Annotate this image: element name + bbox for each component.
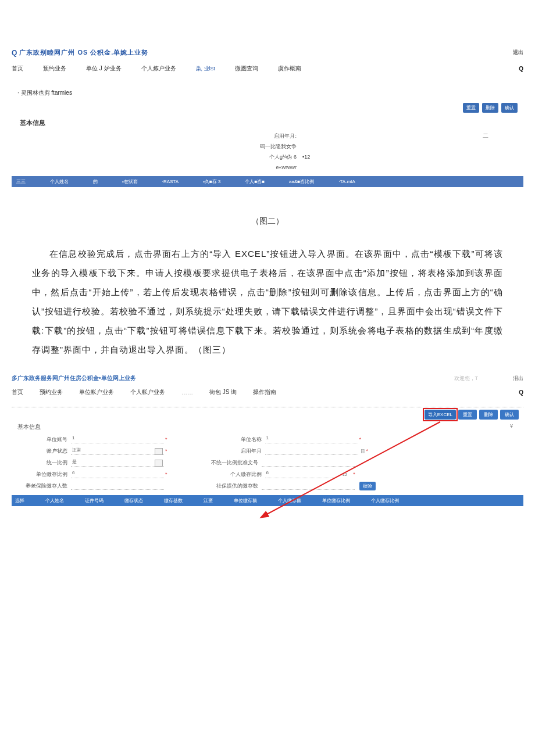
instruction-paragraph: 在信息校验完成后，点击界面右上方的“导入 EXCEL”按钮进入导入界面。在该界面… [12,244,523,359]
input-unit-name[interactable]: 1 [265,435,358,443]
action-button-row: 重置 删除 确认 [12,103,518,113]
nav-active[interactable]: 染, 业lSt [196,65,216,73]
required-star-icon: * [165,448,167,454]
nav-guide[interactable]: 虞作概南 [278,65,301,73]
app-header: 多 广东政务服务网广州住房公积金•单位网上业务 欢迎您，T 泪出 [12,374,523,382]
nav-reservation[interactable]: 预约业务 [40,388,63,396]
info-row: e«wrwwr [12,162,523,173]
figure-1: Q 广东政别睦网广州 OS 公积金.单婉上业努 退出 首页 预约业务 单位 J … [12,46,523,187]
form-row: 单位账号 1* 单位名称 1* [17,433,518,445]
info-label: e«wrwwr [12,164,302,170]
reset-button[interactable]: 重置 [458,410,477,420]
label-social-count: 社保提供的缴存数 [199,482,262,490]
label-account-status: 账户状态 [17,447,71,455]
reset-button[interactable]: 重置 [463,103,479,113]
col-unit-ratio: 单位缴存比例 [322,497,350,504]
breadcrumb-bullet: · 灵围林也穷 ftarmies [17,89,523,97]
required-star-icon: * [353,471,355,477]
input-personal-ratio[interactable]: 6 [265,470,335,478]
info-label: 个人g¼伪 6 [12,153,302,161]
info-row: 个人g¼伪 6 •12 [12,152,523,162]
table-empty-body [12,506,523,529]
col-select: 选择 [15,497,24,504]
col-misc: 江歪 [204,497,213,504]
table-header-bar: 选择 个人姓名 证件号码 缴存状态 缴存基数 江歪 单位缴存额 个人缴存额 单位… [12,495,523,506]
divider [12,407,523,407]
section-heading: 基本信息 ¥ [17,423,523,431]
nav-personal[interactable]: 个人帐户业务 [130,388,165,396]
app-title: 广东政别睦网广州 OS 公积金.单婉上业努 [19,48,148,57]
nav-query[interactable]: 微圏查询 [235,65,258,73]
info-row: 启用年月: 二 [12,131,523,141]
nav-guide[interactable]: 操作指南 [253,388,276,396]
import-excel-button[interactable]: 导入EXCEL [425,410,456,420]
action-button-row: 导入EXCEL 重置 删除 确认 [12,410,519,420]
col: aa&■咨比例 [289,178,314,185]
label-start-month: 启用年月 [202,447,265,455]
logout-link[interactable]: 退出 [513,49,523,56]
label-unit-account: 单位账号 [17,436,71,443]
chevron-down-icon: ∨ [158,449,161,453]
form-row: 账户状态 正常∨* 启用年月 目* [17,445,518,457]
ratio-range: - 12 [340,472,348,477]
nav-personal[interactable]: 个人炼户业务 [141,65,176,73]
calendar-icon[interactable]: 目 [361,448,365,454]
select-unified-ratio[interactable]: 是∨ [71,458,164,467]
logo-icon: 多 [12,374,17,382]
nav-reservation[interactable]: 预约业务 [43,65,66,73]
nav-more[interactable]: …… [181,389,193,396]
delete-button[interactable]: 删除 [482,103,498,113]
confirm-button[interactable]: 确认 [500,410,519,420]
required-star-icon: * [366,448,369,454]
section-heading-text: 基本信息 [17,424,41,430]
yen-icon: ¥ [510,423,513,429]
input-unit-ratio[interactable]: 6 [71,470,164,478]
welcome-text: 欢迎您，T [454,375,479,382]
col: ·TA-mtA [338,179,355,184]
col-base: 缴存基数 [164,497,183,504]
confirm-button[interactable]: 确认 [501,103,518,113]
input-start-month[interactable] [265,447,358,455]
select-account-status[interactable]: 正常∨ [71,447,164,455]
nav-home[interactable]: 首页 [12,65,23,73]
select-value: 是 [72,459,77,464]
select-value: 正常 [72,447,81,453]
required-star-icon: * [359,436,362,442]
input-approval-no[interactable] [262,458,355,467]
main-nav: 首页 预约业务 单位帐户业务 个人帐户业务 …… 街包 JS 询 操作指南 Q [12,382,523,402]
main-nav: 首页 预约业务 单位 J 妒业务 个人炼户业务 染, 业lSt 微圏查询 虞作概… [12,59,523,78]
input-social-count[interactable] [262,482,355,490]
search-icon[interactable]: Q [519,389,523,396]
info-label: 启用年月: [12,132,302,140]
col: 的 [93,178,98,185]
delete-button[interactable]: 删除 [479,410,498,420]
col-name: 个人姓名 [45,497,64,504]
info-right: 二 [483,132,488,140]
col: •在状套 [122,178,138,185]
nav-unit[interactable]: 单位帐户业务 [79,388,114,396]
validate-button[interactable]: 校验 [359,482,376,490]
nav-query[interactable]: 街包 JS 询 [209,388,237,396]
nav-unit[interactable]: 单位 J 妒业务 [86,65,122,73]
nav-home[interactable]: 首页 [12,388,23,396]
section-heading: 基本信息 [20,119,523,127]
col: 个人姓名 [50,178,69,185]
form-row: 统一比例 是∨ 不统一比例批准文号 [17,457,518,468]
input-unit-account[interactable]: 1 [71,435,164,443]
figure-caption-2: （图二） [12,216,523,227]
logo-q-icon: Q [12,49,17,57]
required-star-icon: * [165,436,167,442]
body-paragraph: 在信息校验完成后，点击界面右上方的“导入 EXCEL”按钮进入导入界面。在该界面… [32,244,503,359]
search-icon[interactable]: Q [519,66,523,72]
input-pension-count[interactable] [71,482,164,490]
table-header-bar: 三三 个人姓名 的 •在状套 ·RASTA •久■存 3 个人■咨■ aa&■咨… [12,176,523,187]
form-row: 单位缴存比例 6* 个人缴存比例 6 - 12* [17,468,518,480]
col-unit-amount: 单位缴存额 [234,497,257,504]
chevron-down-icon: ∨ [158,460,161,465]
logout-link[interactable]: 泪出 [513,375,523,382]
figure-3: 多 广东政务服务网广州住房公积金•单位网上业务 欢迎您，T 泪出 首页 预约业务… [12,374,523,529]
info-value: •12 [302,154,384,160]
label-personal-ratio: 个人缴存比例 [202,471,265,478]
info-row: 码一比隆我女争 [12,141,523,152]
col-personal-amount: 个人缴存额 [278,497,301,504]
